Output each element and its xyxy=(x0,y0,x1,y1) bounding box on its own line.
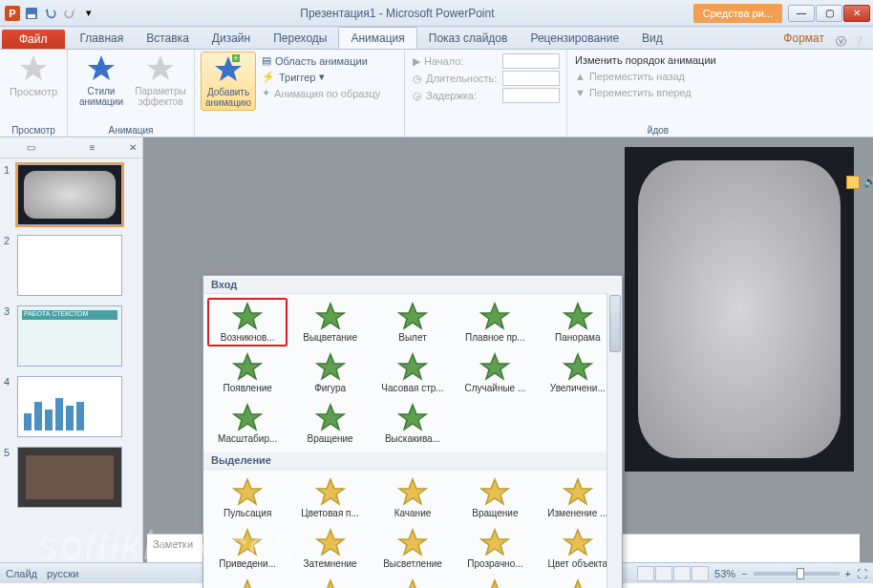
app-icon: P xyxy=(4,5,21,22)
reading-view-button[interactable] xyxy=(673,566,691,581)
thumbnails-tab-outline[interactable]: ≡ xyxy=(62,137,124,158)
preview-button[interactable]: Просмотр xyxy=(6,52,61,99)
gallery-scrollbar[interactable] xyxy=(607,293,622,588)
group-reorder: Изменить порядок анимации ▲Переместить н… xyxy=(567,50,749,136)
tab-insert[interactable]: Вставка xyxy=(135,28,201,49)
entrance-effect[interactable]: Появление xyxy=(207,348,287,397)
entrance-effect[interactable]: Масштабир... xyxy=(207,399,287,448)
workspace: ▭ ≡ ✕ 123РАБОТА СТЕКСТОМ45 🔊 Заметки Вхо… xyxy=(0,137,873,562)
qat-dropdown-icon[interactable]: ▾ xyxy=(80,5,97,22)
start-label: Начало: xyxy=(424,55,463,67)
slideshow-view-button[interactable] xyxy=(692,566,709,581)
entrance-effect[interactable]: Вылет xyxy=(373,298,453,346)
close-button[interactable]: ✕ xyxy=(843,5,870,22)
effect-options-label: Параметры эффектов xyxy=(135,86,186,107)
duration-field[interactable] xyxy=(502,71,560,86)
group-timing: ▶Начало: ◷Длительность: ◶Задержка: xyxy=(405,50,567,136)
tab-transitions[interactable]: Переходы xyxy=(262,28,338,49)
slide-thumbnail[interactable]: 3РАБОТА СТЕКСТОМ xyxy=(4,305,138,367)
start-field[interactable] xyxy=(502,53,560,69)
emphasis-effect[interactable]: Вращение xyxy=(455,473,535,522)
emphasis-effect[interactable]: Цвет линии xyxy=(289,575,370,588)
svg-marker-4 xyxy=(20,55,47,80)
emphasis-effect[interactable]: Приведени... xyxy=(207,524,287,573)
window-title: Презентация1 - Microsoft PowerPoint xyxy=(101,7,693,20)
delay-field[interactable] xyxy=(502,88,560,103)
svg-marker-10 xyxy=(234,304,261,328)
svg-marker-23 xyxy=(234,479,261,504)
emphasis-effect[interactable]: Пульсация xyxy=(207,473,287,522)
move-later-button[interactable]: ▼Переместить вперед xyxy=(573,86,693,99)
fit-window-button[interactable]: ⛶ xyxy=(857,568,867,579)
tab-view[interactable]: Вид xyxy=(630,28,674,49)
thumbnails-tab-slides[interactable]: ▭ xyxy=(0,137,62,158)
emphasis-effect[interactable]: Цвет заливки xyxy=(373,575,453,588)
maximize-button[interactable]: ▢ xyxy=(816,5,842,22)
animation-gallery: Вход Возникнов...ВыцветаниеВылетПлавное … xyxy=(202,275,623,588)
animation-styles-label: Стили анимации xyxy=(75,86,127,107)
sorter-view-button[interactable] xyxy=(655,566,672,581)
effect-options-button[interactable]: Параметры эффектов xyxy=(133,52,188,109)
svg-marker-36 xyxy=(481,580,508,588)
svg-marker-20 xyxy=(234,405,261,430)
emphasis-effect[interactable]: Высветление xyxy=(373,524,453,573)
tab-review[interactable]: Рецензирование xyxy=(519,28,630,49)
svg-marker-18 xyxy=(481,354,508,379)
minimize-button[interactable]: — xyxy=(788,5,815,22)
minimize-ribbon-icon[interactable]: ⓥ xyxy=(836,34,846,49)
entrance-effect[interactable]: Выскакива... xyxy=(373,399,453,448)
svg-marker-37 xyxy=(564,580,591,588)
svg-marker-5 xyxy=(88,55,115,80)
animation-pane-button[interactable]: ▤Область анимации xyxy=(260,53,382,68)
emphasis-effect[interactable]: Прозрачно... xyxy=(455,524,535,573)
speaker-icon[interactable]: 🔊 xyxy=(863,176,873,191)
normal-view-button[interactable] xyxy=(637,566,654,581)
animation-tag-icon[interactable] xyxy=(846,176,860,189)
tab-slideshow[interactable]: Показ слайдов xyxy=(417,28,520,49)
trigger-button[interactable]: ⚡Триггер ▾ xyxy=(260,70,382,84)
animation-painter-button[interactable]: ✦Анимация по образцу xyxy=(260,86,382,100)
duration-label: Длительность: xyxy=(426,73,497,84)
svg-marker-34 xyxy=(317,580,344,588)
add-animation-button[interactable]: + Добавить анимацию xyxy=(201,52,256,111)
file-tab[interactable]: Файл xyxy=(2,30,65,49)
entrance-effect[interactable]: Случайные ... xyxy=(455,348,535,397)
zoom-slider[interactable] xyxy=(754,572,840,576)
help-icon[interactable]: ❔ xyxy=(852,35,865,48)
entrance-effect[interactable]: Выцветание xyxy=(289,298,370,346)
thumbnails-close[interactable]: ✕ xyxy=(123,137,142,158)
tab-format[interactable]: Формат xyxy=(772,28,836,49)
current-slide[interactable]: 🔊 xyxy=(625,147,854,472)
emphasis-effect[interactable]: Затемнение xyxy=(289,524,370,573)
star-icon xyxy=(479,477,510,508)
animation-styles-button[interactable]: Стили анимации xyxy=(74,52,129,109)
group-preview: Просмотр Просмотр xyxy=(0,50,68,136)
zoom-value[interactable]: 53% xyxy=(714,568,735,579)
save-icon[interactable] xyxy=(23,5,40,22)
tab-animations[interactable]: Анимация xyxy=(338,27,416,49)
entrance-effect[interactable]: Плавное пр... xyxy=(455,298,535,346)
emphasis-effect[interactable]: Цветовая п... xyxy=(289,473,370,522)
undo-icon[interactable] xyxy=(42,5,59,22)
slide-thumbnail[interactable]: 5 xyxy=(4,447,138,508)
entrance-effect[interactable]: Возникнов... xyxy=(207,298,287,346)
notes-placeholder: Заметки xyxy=(153,538,193,550)
emphasis-effect[interactable]: Дополните... xyxy=(207,575,287,588)
redo-icon[interactable] xyxy=(61,5,78,22)
emphasis-effect[interactable]: Качание xyxy=(373,473,453,522)
star-icon xyxy=(397,302,428,332)
tab-design[interactable]: Дизайн xyxy=(201,28,262,49)
move-earlier-button[interactable]: ▲Переместить назад xyxy=(573,70,687,83)
tab-home[interactable]: Главная xyxy=(69,28,136,49)
entrance-effect[interactable]: Часовая стр... xyxy=(373,348,453,397)
entrance-effect[interactable]: Вращение xyxy=(289,399,370,448)
slide-thumbnail[interactable]: 2 xyxy=(4,235,138,296)
star-icon xyxy=(563,477,593,508)
zoom-in-button[interactable]: + xyxy=(845,568,851,579)
emphasis-effect[interactable]: Перекраши... xyxy=(455,575,535,588)
entrance-effect[interactable]: Фигура xyxy=(289,348,370,397)
zoom-out-button[interactable]: − xyxy=(741,568,747,579)
slide-thumbnail[interactable]: 4 xyxy=(4,376,138,437)
slide-thumbnail[interactable]: 1 xyxy=(4,164,138,225)
group-advanced: + Добавить анимацию ▤Область анимации ⚡Т… xyxy=(195,50,405,136)
